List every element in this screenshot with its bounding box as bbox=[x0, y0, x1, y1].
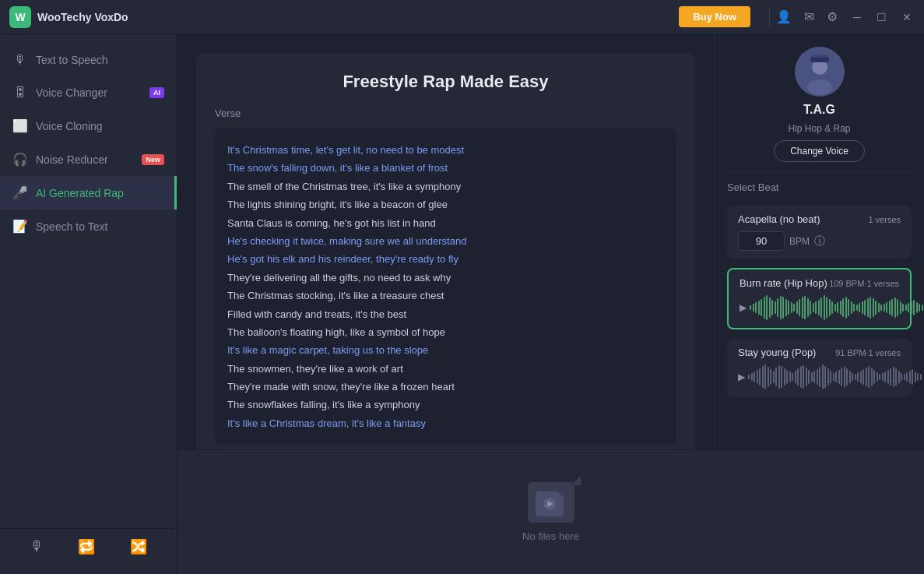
artist-avatar bbox=[795, 47, 845, 97]
beat-acapella-row: Acapella (no beat) 1 verses bbox=[738, 213, 901, 225]
title-bar: W WooTechy VoxDo Buy Now 👤 ✉ ⚙ ─ ☐ ✕ bbox=[0, 0, 924, 34]
waveform-bar bbox=[753, 304, 754, 312]
noise-reducer-icon: 🎧 bbox=[12, 152, 28, 167]
close-button[interactable]: ✕ bbox=[899, 9, 915, 25]
sidebar-item-noise-reducer[interactable]: 🎧 Noise Reducer New bbox=[0, 143, 177, 176]
waveform-bar bbox=[800, 366, 802, 388]
burn-rate-play-button[interactable]: ▶ bbox=[740, 298, 747, 317]
waveform-bar bbox=[795, 371, 796, 383]
sidebar: 🎙 Text to Speech 🎛 Voice Changer AI ⬜ Vo… bbox=[0, 34, 177, 574]
lyrics-line: The snowflakes falling, it's like a symp… bbox=[227, 396, 664, 414]
waveform-bar bbox=[778, 365, 780, 389]
beat-stay-young[interactable]: Stay young (Pop) 91 BPM·1 verses ▶ bbox=[727, 339, 912, 397]
lyrics-line: The lights shining bright, it's like a b… bbox=[227, 195, 664, 213]
content-top: Freestyle Rap Made Easy Verse It's Chris… bbox=[177, 34, 924, 449]
waveform-bar bbox=[867, 298, 869, 317]
waveform-bar bbox=[755, 302, 757, 313]
no-files-text: No files here bbox=[522, 530, 579, 542]
stay-young-meta: 91 BPM·1 verses bbox=[835, 348, 901, 357]
burn-rate-name: Burn rate (Hip Hop) bbox=[740, 277, 827, 289]
waveform-bar bbox=[887, 370, 889, 384]
lyrics-line: It's Christmas time, let's get lit, no n… bbox=[227, 141, 664, 159]
waveform-bar bbox=[829, 299, 831, 316]
waveform-bar bbox=[919, 304, 920, 312]
waveform-bar bbox=[771, 300, 773, 315]
waveform-bar bbox=[875, 301, 877, 315]
waveform-bar bbox=[901, 373, 902, 381]
waveform-bar bbox=[780, 296, 782, 319]
waveform-bar bbox=[906, 372, 908, 382]
lyrics-line: He's got his elk and his reindeer, they'… bbox=[227, 250, 664, 268]
waveform-bar bbox=[915, 372, 916, 382]
bpm-label: BPM bbox=[789, 236, 810, 247]
waveform-bar bbox=[811, 372, 813, 382]
waveform-bar bbox=[808, 370, 810, 384]
waveform-bar bbox=[856, 305, 858, 311]
loop-icon[interactable]: 🔁 bbox=[78, 538, 95, 555]
minimize-button[interactable]: ─ bbox=[850, 9, 864, 25]
waveform-bar bbox=[884, 372, 886, 382]
waveform-bar bbox=[851, 301, 852, 314]
bpm-info-icon[interactable]: ⓘ bbox=[814, 234, 825, 248]
content-bottom: No files here bbox=[177, 449, 924, 574]
sidebar-item-voice-changer[interactable]: 🎛 Voice Changer AI bbox=[0, 76, 177, 109]
waveform-bar bbox=[871, 368, 873, 386]
waveform-bar bbox=[810, 301, 811, 315]
rap-card-title: Freestyle Rap Made Easy bbox=[215, 72, 676, 92]
waveform-bar bbox=[835, 372, 837, 382]
waveform-bar bbox=[877, 372, 878, 382]
waveform-bar bbox=[761, 299, 762, 316]
lyrics-line: They're delivering all the gifts, no nee… bbox=[227, 269, 664, 287]
app-logo: W bbox=[9, 6, 31, 28]
sidebar-item-text-to-speech[interactable]: 🎙 Text to Speech bbox=[0, 44, 177, 76]
sidebar-bottom: 🎙 🔁 🔀 bbox=[0, 528, 177, 565]
burn-rate-meta: 109 BPM·1 verses bbox=[829, 279, 899, 288]
waveform-bar bbox=[913, 300, 915, 315]
sidebar-label-ai-rap: AI Generated Rap bbox=[36, 187, 124, 199]
waveform-bar bbox=[859, 303, 860, 312]
buy-now-button[interactable]: Buy Now bbox=[679, 6, 750, 27]
bpm-input[interactable] bbox=[738, 231, 785, 251]
ai-badge: AI bbox=[149, 87, 164, 98]
waveform-bar bbox=[863, 369, 864, 385]
new-badge: New bbox=[142, 154, 164, 165]
change-voice-button[interactable]: Change Voice bbox=[774, 140, 865, 162]
waveform-bar bbox=[902, 304, 904, 312]
shuffle-icon[interactable]: 🔀 bbox=[130, 538, 147, 555]
sidebar-label-voice-changer: Voice Changer bbox=[36, 86, 107, 99]
settings-icon[interactable]: ⚙ bbox=[827, 9, 838, 24]
mic-bottom-icon[interactable]: 🎙 bbox=[30, 538, 44, 555]
sidebar-item-speech-to-text[interactable]: 📝 Speech to Text bbox=[0, 210, 177, 243]
maximize-button[interactable]: ☐ bbox=[873, 9, 890, 25]
waveform-bar bbox=[905, 305, 907, 311]
waveform-bar bbox=[908, 303, 909, 312]
waveform-bar bbox=[813, 371, 815, 383]
card-area: Freestyle Rap Made Easy Verse It's Chris… bbox=[177, 34, 714, 449]
mail-icon[interactable]: ✉ bbox=[804, 9, 814, 24]
waveform-bar bbox=[834, 304, 836, 312]
beat-burn-rate[interactable]: Burn rate (Hip Hop) 109 BPM·1 verses ▶ bbox=[727, 268, 912, 329]
lyrics-line: They're made with snow, they're like a f… bbox=[227, 378, 664, 396]
waveform-bar bbox=[844, 366, 845, 388]
stay-young-play-button[interactable]: ▶ bbox=[738, 368, 745, 386]
waveform-bar bbox=[917, 373, 919, 381]
waveform-bar bbox=[762, 366, 764, 388]
lyrics-box: It's Christmas time, let's get lit, no n… bbox=[215, 129, 676, 445]
sidebar-item-voice-cloning[interactable]: ⬜ Voice Cloning bbox=[0, 109, 177, 143]
waveform-bar bbox=[822, 364, 824, 389]
waveform-bar bbox=[837, 302, 838, 313]
waveform-bar bbox=[788, 301, 789, 315]
waveform-bar bbox=[879, 374, 880, 380]
waveform-bar bbox=[750, 305, 751, 310]
account-icon[interactable]: 👤 bbox=[776, 9, 792, 24]
waveform-bar bbox=[748, 375, 750, 379]
waveform-bar bbox=[873, 370, 875, 384]
waveform-bar bbox=[846, 368, 848, 386]
waveform-bar bbox=[831, 301, 833, 314]
waveform-bar bbox=[786, 370, 788, 384]
waveform-bar bbox=[878, 303, 880, 312]
sidebar-item-ai-generated-rap[interactable]: 🎤 AI Generated Rap bbox=[0, 176, 177, 210]
waveform-bar bbox=[868, 366, 870, 388]
waveform-bar bbox=[758, 301, 760, 315]
waveform-bar bbox=[898, 371, 900, 383]
